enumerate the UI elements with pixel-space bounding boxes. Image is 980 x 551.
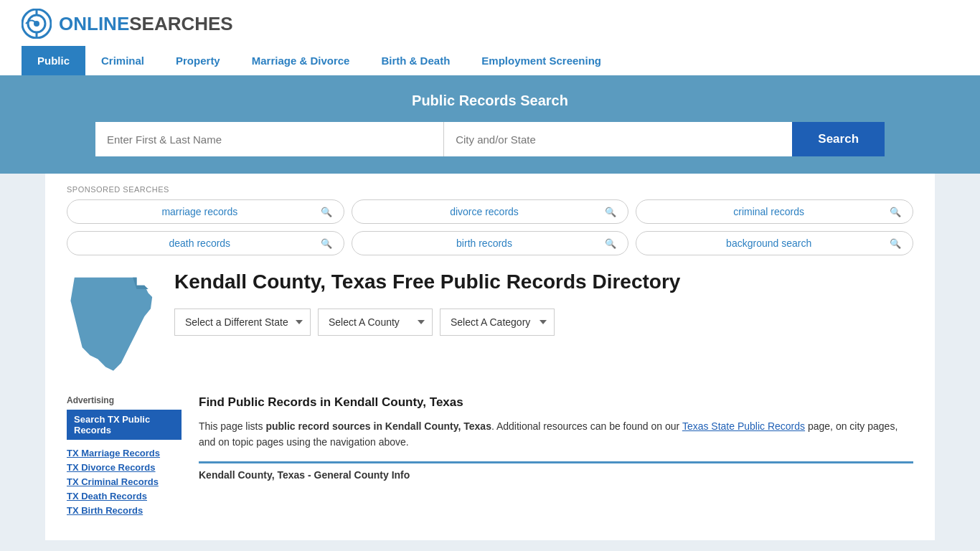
nav-birth-death[interactable]: Birth & Death bbox=[365, 46, 466, 75]
nav-criminal[interactable]: Criminal bbox=[85, 46, 160, 75]
sponsored-text-divorce: divorce records bbox=[364, 206, 606, 217]
dropdowns: Select a Different State Select A County… bbox=[174, 309, 913, 336]
sponsored-item-divorce[interactable]: divorce records 🔍 bbox=[352, 199, 629, 224]
sponsored-item-death[interactable]: death records 🔍 bbox=[67, 231, 344, 255]
sidebar-ad-label: Advertising bbox=[67, 395, 182, 405]
category-dropdown[interactable]: Select A Category bbox=[440, 309, 555, 336]
find-text-prefix: This page lists bbox=[199, 420, 265, 432]
search-button[interactable]: Search bbox=[792, 122, 885, 156]
sidebar-ad-button[interactable]: Search TX Public Records bbox=[67, 410, 182, 440]
sidebar-link-birth[interactable]: TX Birth Records bbox=[67, 504, 182, 516]
sidebar-link-divorce[interactable]: TX Divorce Records bbox=[67, 461, 182, 473]
sponsored-text-marriage: marriage records bbox=[79, 206, 321, 217]
nav-public[interactable]: Public bbox=[22, 46, 85, 75]
sponsored-item-criminal[interactable]: criminal records 🔍 bbox=[636, 199, 913, 224]
sidebar-link-death[interactable]: TX Death Records bbox=[67, 490, 182, 501]
sidebar-link-criminal[interactable]: TX Criminal Records bbox=[67, 476, 182, 487]
texas-state-link[interactable]: Texas State Public Records bbox=[682, 420, 805, 432]
county-title: Kendall County, Texas Free Public Record… bbox=[174, 270, 913, 294]
search-banner: Public Records Search Search bbox=[0, 75, 980, 174]
logo-searches: SEARCHES bbox=[129, 13, 232, 34]
find-records-title: Find Public Records in Kendall County, T… bbox=[199, 395, 913, 410]
county-info: Kendall County, Texas Free Public Record… bbox=[174, 270, 913, 381]
logo-text: ONLINESEARCHES bbox=[59, 13, 233, 35]
nav-employment[interactable]: Employment Screening bbox=[466, 46, 617, 75]
logo-icon bbox=[22, 9, 52, 39]
sidebar: Advertising Search TX Public Records TX … bbox=[67, 395, 182, 519]
county-dropdown[interactable]: Select A County bbox=[318, 309, 433, 336]
state-dropdown[interactable]: Select a Different State bbox=[174, 309, 311, 336]
search-icon-divorce: 🔍 bbox=[605, 207, 616, 217]
search-icon-background: 🔍 bbox=[890, 238, 901, 249]
sponsored-item-birth[interactable]: birth records 🔍 bbox=[352, 231, 629, 255]
find-records-text: This page lists public record sources in… bbox=[199, 418, 913, 451]
search-form: Search bbox=[95, 122, 885, 156]
nav-marriage-divorce[interactable]: Marriage & Divorce bbox=[236, 46, 366, 75]
logo-online: ONLINE bbox=[59, 13, 129, 34]
sponsored-item-background[interactable]: background search 🔍 bbox=[636, 231, 913, 255]
section-bar: Kendall County, Texas - General County I… bbox=[199, 461, 913, 481]
sponsored-text-death: death records bbox=[79, 237, 321, 249]
sidebar-link-marriage[interactable]: TX Marriage Records bbox=[67, 447, 182, 458]
name-input[interactable] bbox=[95, 122, 444, 156]
sponsored-grid: marriage records 🔍 divorce records 🔍 cri… bbox=[67, 199, 913, 255]
county-section: Kendall County, Texas Free Public Record… bbox=[67, 270, 913, 381]
search-icon-birth: 🔍 bbox=[605, 238, 616, 249]
sponsored-item-marriage[interactable]: marriage records 🔍 bbox=[67, 199, 344, 224]
sponsored-label: SPONSORED SEARCHES bbox=[67, 185, 913, 194]
body-layout: Advertising Search TX Public Records TX … bbox=[67, 395, 913, 519]
texas-map bbox=[67, 270, 160, 381]
texas-map-svg bbox=[67, 270, 160, 379]
search-icon-death: 🔍 bbox=[321, 238, 332, 249]
search-icon-criminal: 🔍 bbox=[890, 207, 901, 217]
find-text-mid: . Additional resources can be found on o… bbox=[491, 420, 682, 432]
search-icon-marriage: 🔍 bbox=[321, 207, 332, 217]
location-input[interactable] bbox=[444, 122, 792, 156]
body-right: Find Public Records in Kendall County, T… bbox=[199, 395, 913, 519]
nav: Public Criminal Property Marriage & Divo… bbox=[22, 46, 958, 75]
main-content: SPONSORED SEARCHES marriage records 🔍 di… bbox=[45, 174, 935, 540]
sponsored-text-criminal: criminal records bbox=[648, 206, 890, 217]
sponsored-text-background: background search bbox=[648, 237, 890, 249]
find-text-bold: public record sources in Kendall County,… bbox=[265, 420, 491, 432]
search-banner-title: Public Records Search bbox=[22, 93, 958, 109]
header: ONLINESEARCHES Public Criminal Property … bbox=[0, 0, 980, 75]
sidebar-links: TX Marriage Records TX Divorce Records T… bbox=[67, 447, 182, 516]
sponsored-text-birth: birth records bbox=[364, 237, 606, 249]
nav-property[interactable]: Property bbox=[160, 46, 236, 75]
logo-area: ONLINESEARCHES bbox=[22, 9, 958, 39]
